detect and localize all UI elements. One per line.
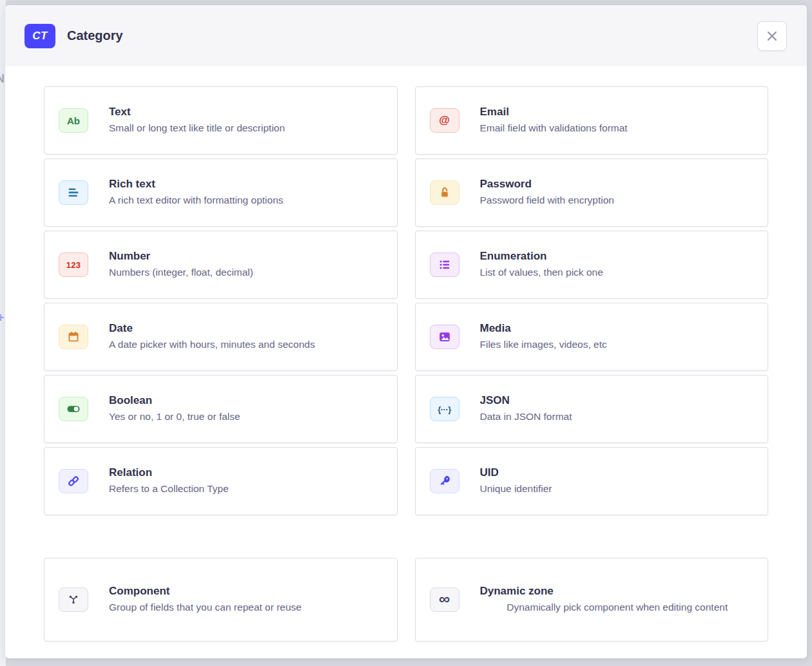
field-description: Refers to a Collection Type <box>109 482 384 496</box>
field-description: Password field with encryption <box>480 194 755 207</box>
relation-icon <box>59 469 88 493</box>
field-description: List of values, then pick one <box>480 266 755 280</box>
field-description: Unique identifier <box>480 482 755 496</box>
field-description: Numbers (integer, float, decimal) <box>109 266 384 280</box>
field-title: Text <box>109 106 384 119</box>
text-field-icon: Ab <box>59 108 88 133</box>
field-title: Enumeration <box>480 250 755 263</box>
field-title: Rich text <box>109 178 384 191</box>
field-card-password[interactable]: Password Password field with encryption <box>415 158 769 227</box>
modal-header: CT Category <box>5 5 807 66</box>
field-card-uid[interactable]: UID Unique identifier <box>415 447 769 515</box>
uid-icon <box>430 469 459 493</box>
email-icon: @ <box>430 108 459 133</box>
dynamic-zone-icon: ∞ <box>430 587 459 612</box>
field-card-richtext[interactable]: Rich text A rich text editor with format… <box>44 158 398 227</box>
field-description: Data in JSON format <box>480 410 755 424</box>
field-description: Yes or no, 1 or 0, true or false <box>109 410 384 424</box>
field-description: Files like images, videos, etc <box>480 338 755 352</box>
field-description: Small or long text like title or descrip… <box>109 122 384 135</box>
richtext-icon <box>59 180 88 205</box>
field-card-relation[interactable]: Relation Refers to a Collection Type <box>44 447 398 515</box>
enumeration-icon <box>430 252 459 277</box>
number-icon: 123 <box>59 252 88 277</box>
select-field-type-modal: CT Category Ab Text Small or long text l… <box>5 5 807 658</box>
field-card-json[interactable]: {···} JSON Data in JSON format <box>415 375 769 443</box>
field-description: Email field with validations format <box>480 122 755 135</box>
boolean-icon <box>59 397 88 421</box>
close-button[interactable] <box>757 21 787 51</box>
json-icon: {···} <box>430 397 459 421</box>
field-card-dynamic-zone[interactable]: ∞ Dynamic zone Dynamically pick componen… <box>415 558 769 642</box>
field-title: Number <box>109 250 384 263</box>
field-title: Password <box>480 178 755 191</box>
field-title: Media <box>480 322 755 335</box>
content-type-badge: CT <box>24 24 55 48</box>
field-card-text[interactable]: Ab Text Small or long text like title or… <box>44 86 398 155</box>
field-type-list: Ab Text Small or long text like title or… <box>5 66 807 642</box>
field-title: Relation <box>109 466 384 479</box>
field-description: A rich text editor with formatting optio… <box>109 194 384 207</box>
field-card-media[interactable]: Media Files like images, videos, etc <box>415 303 769 371</box>
background-plus-fragment: + <box>0 310 5 325</box>
field-title: Component <box>109 585 384 598</box>
field-title: Dynamic zone <box>480 585 755 598</box>
close-icon <box>766 30 778 43</box>
field-card-enumeration[interactable]: Enumeration List of values, then pick on… <box>415 231 769 299</box>
component-icon <box>59 587 88 612</box>
advanced-fields-grid: Component Group of fields that you can r… <box>44 558 768 642</box>
field-card-email[interactable]: @ Email Email field with validations for… <box>415 86 769 155</box>
media-icon <box>430 325 459 349</box>
modal-title: Category <box>67 28 123 43</box>
field-card-number[interactable]: 123 Number Numbers (integer, float, deci… <box>44 231 398 299</box>
field-description: A date picker with hours, minutes and se… <box>109 338 384 352</box>
field-title: UID <box>480 466 755 479</box>
field-card-boolean[interactable]: Boolean Yes or no, 1 or 0, true or false <box>44 375 398 443</box>
password-icon <box>430 180 459 205</box>
field-description: Dynamically pick component when editing … <box>480 601 755 614</box>
default-fields-grid: Ab Text Small or long text like title or… <box>44 86 768 515</box>
field-title: Boolean <box>109 394 384 407</box>
field-card-date[interactable]: Date A date picker with hours, minutes a… <box>44 303 398 371</box>
field-card-component[interactable]: Component Group of fields that you can r… <box>44 558 398 642</box>
background-text-fragment: N <box>0 72 5 86</box>
date-icon <box>59 325 88 349</box>
field-title: JSON <box>480 394 755 407</box>
field-title: Date <box>109 322 384 335</box>
field-title: Email <box>480 106 755 119</box>
field-description: Group of fields that you can repeat or r… <box>109 601 384 614</box>
